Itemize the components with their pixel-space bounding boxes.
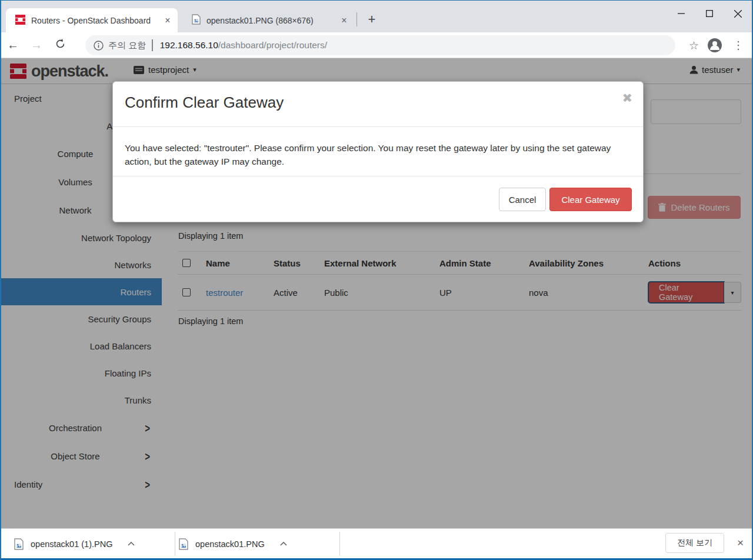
- tab-close-icon[interactable]: ×: [338, 15, 351, 26]
- modal-footer: Cancel Clear Gateway: [113, 176, 643, 211]
- address-bar: ← → 주의 요함 192.168.56.10/dashboard/projec…: [1, 32, 752, 58]
- url-field[interactable]: 주의 요함 192.168.56.10/dashboard/project/ro…: [85, 35, 675, 55]
- browser-window: Routers - OpenStack Dashboard × openstac…: [0, 0, 753, 560]
- minimize-button[interactable]: [667, 1, 695, 26]
- download-item[interactable]: openstack01 (1).PNG: [14, 532, 135, 556]
- openstack-favicon: [15, 15, 25, 26]
- menu-dots-icon[interactable]: ⋮: [731, 39, 746, 52]
- confirm-clear-gateway-modal: Confirm Clear Gateway ✖ You have selecte…: [112, 81, 644, 222]
- modal-title: Confirm Clear Gateway: [125, 94, 631, 112]
- downloads-separator: [175, 532, 175, 556]
- chevron-up-icon[interactable]: [280, 542, 287, 546]
- profile-avatar[interactable]: [707, 38, 722, 53]
- forward-icon[interactable]: →: [25, 38, 48, 52]
- modal-message: You have selected: "testrouter". Please …: [125, 141, 631, 169]
- modal-close-icon[interactable]: ✖: [622, 91, 632, 105]
- image-file-icon: [179, 538, 188, 550]
- back-icon[interactable]: ←: [1, 38, 25, 52]
- reload-icon[interactable]: [48, 38, 72, 52]
- image-file-icon: [14, 538, 24, 550]
- info-icon[interactable]: [94, 41, 104, 51]
- downloads-separator: [339, 532, 340, 556]
- nav-right-cluster: ☆ ⋮: [689, 32, 746, 58]
- tab-strip: Routers - OpenStack Dashboard × openstac…: [1, 1, 752, 32]
- url-host: 192.168.56.10: [160, 40, 218, 51]
- downloads-close-icon[interactable]: ×: [737, 536, 744, 549]
- modal-header: Confirm Clear Gateway ✖: [113, 82, 643, 127]
- new-tab-button[interactable]: +: [363, 11, 381, 29]
- cancel-button[interactable]: Cancel: [499, 188, 546, 211]
- url-separator: [152, 39, 153, 51]
- tab-image-file[interactable]: openstack01.PNG (868×676) ×: [182, 8, 354, 32]
- show-all-downloads-button[interactable]: 전체 보기: [665, 533, 724, 553]
- image-file-icon: [192, 14, 201, 26]
- tab-routers[interactable]: Routers - OpenStack Dashboard ×: [6, 8, 178, 32]
- download-filename: openstack01 (1).PNG: [31, 539, 112, 549]
- close-window-button[interactable]: [724, 1, 752, 26]
- downloads-bar: openstack01 (1).PNG openstack01.PNG 전체 보…: [1, 528, 752, 558]
- tab-title: openstack01.PNG (868×676): [206, 16, 338, 25]
- tab-title: Routers - OpenStack Dashboard: [31, 16, 161, 25]
- download-item[interactable]: openstack01.PNG: [179, 532, 287, 556]
- window-controls: [667, 1, 752, 26]
- tab-close-icon[interactable]: ×: [161, 15, 174, 26]
- security-warning-label[interactable]: 주의 요함: [108, 40, 146, 51]
- url-path: /dashboard/project/routers/: [218, 40, 327, 51]
- modal-body: You have selected: "testrouter". Please …: [113, 127, 643, 176]
- maximize-button[interactable]: [695, 1, 724, 26]
- clear-gateway-confirm-button[interactable]: Clear Gateway: [549, 188, 632, 211]
- tab-separator: [356, 12, 357, 26]
- bookmark-star-icon[interactable]: ☆: [689, 39, 699, 52]
- download-filename: openstack01.PNG: [195, 539, 265, 549]
- page-viewport: openstack. testproject ▾ testuser ▾: [1, 58, 752, 528]
- chevron-up-icon[interactable]: [128, 542, 135, 546]
